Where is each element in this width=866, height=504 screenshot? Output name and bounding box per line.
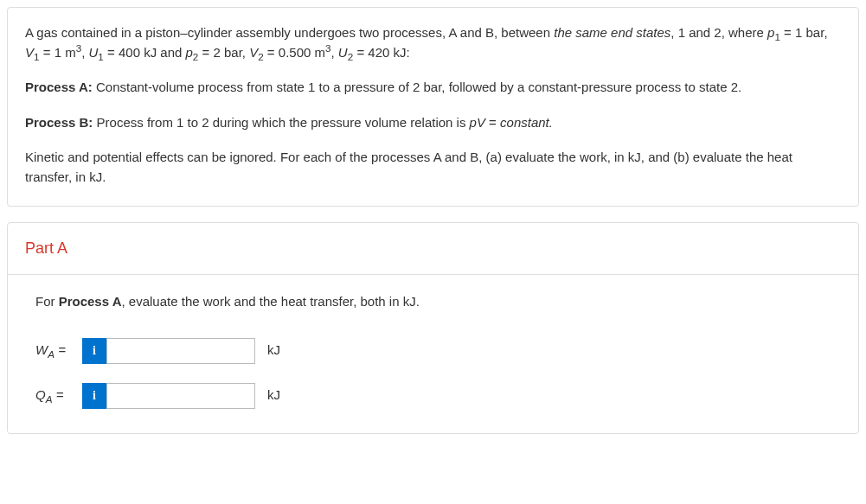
qa-input[interactable] xyxy=(106,383,255,409)
part-a-header: Part A xyxy=(8,223,858,275)
question-intro: A gas contained in a piston–cylinder ass… xyxy=(25,23,841,62)
answer-row-wa: WA = i kJ xyxy=(35,338,837,364)
part-a-title: Part A xyxy=(25,237,841,260)
wa-label: WA = xyxy=(35,341,82,360)
problem-statement-card: A gas contained in a piston–cylinder ass… xyxy=(7,7,859,207)
qa-unit: kJ xyxy=(267,386,280,405)
question-closing: Kinetic and potential effects can be ign… xyxy=(25,148,841,187)
part-a-card: Part A For Process A, evaluate the work … xyxy=(7,222,859,434)
answer-row-qa: QA = i kJ xyxy=(35,383,837,409)
wa-unit: kJ xyxy=(267,341,280,360)
wa-input[interactable] xyxy=(106,338,255,364)
question-body: A gas contained in a piston–cylinder ass… xyxy=(25,23,841,187)
process-a-desc: Process A: Constant-volume process from … xyxy=(25,78,841,98)
part-a-instruction: For Process A, evaluate the work and the… xyxy=(35,292,837,312)
qa-label: QA = xyxy=(35,386,82,405)
info-icon[interactable]: i xyxy=(82,338,106,364)
info-icon[interactable]: i xyxy=(82,383,106,409)
process-b-desc: Process B: Process from 1 to 2 during wh… xyxy=(25,113,841,133)
part-a-body: For Process A, evaluate the work and the… xyxy=(8,275,858,433)
